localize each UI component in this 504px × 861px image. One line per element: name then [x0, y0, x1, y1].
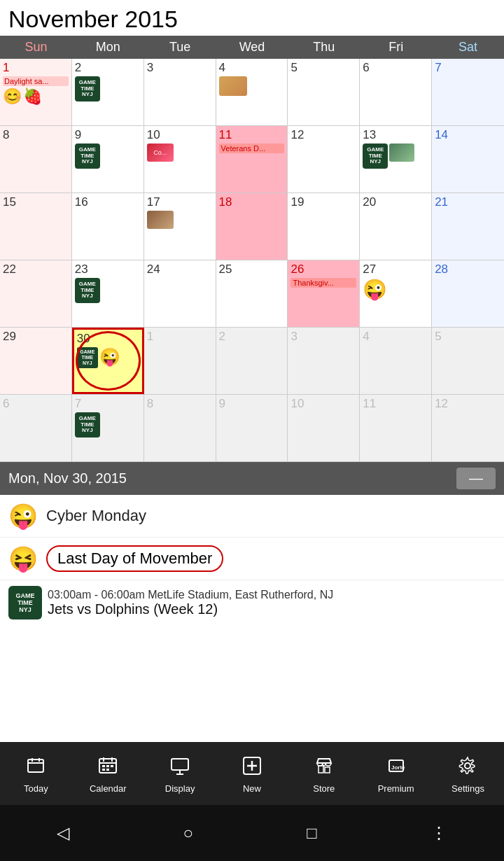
nfl-badge: GAMETIMENYJ	[75, 412, 100, 438]
nav-today-label: Today	[24, 783, 48, 794]
selected-date-bar: Mon, Nov 30, 2015 —	[0, 462, 504, 495]
more-button[interactable]: ⋮	[430, 823, 447, 843]
day-nov28[interactable]: 28	[432, 260, 504, 327]
day-nov7[interactable]: 7	[432, 59, 504, 125]
svg-text:Jorte: Jorte	[391, 764, 405, 771]
day-nov10[interactable]: 10 Co...	[144, 126, 216, 192]
day-nov8[interactable]: 8	[0, 126, 72, 192]
day-nov6[interactable]: 6	[360, 59, 432, 125]
minus-button[interactable]: —	[456, 468, 496, 489]
week-5: 29 30 GAMETIMENYJ 😜 1 2 3	[0, 328, 504, 395]
day-dec6[interactable]: 6	[0, 395, 72, 461]
day-nov9[interactable]: 9 GAMETIMENYJ	[72, 126, 144, 192]
day-dec10[interactable]: 10	[288, 395, 360, 461]
day-nov27[interactable]: 27 😜	[360, 260, 432, 327]
day-nov23[interactable]: 23 GAMETIMENYJ	[72, 260, 144, 327]
movember-icon: 😝	[8, 545, 38, 573]
day-nov5[interactable]: 5	[288, 59, 360, 125]
calendar-icon	[98, 756, 118, 780]
day-dec3[interactable]: 3	[288, 328, 360, 394]
svg-rect-9	[106, 765, 109, 767]
day-nov11[interactable]: 11 Veterans D...	[216, 126, 288, 192]
calendar-body: 1 Daylight sa... 😊 🍓 2 GAMETIMENYJ 3	[0, 59, 504, 462]
day-nov29[interactable]: 29	[0, 328, 72, 394]
events-list: 😜 Cyber Monday 😝 Last Day of Movember GA…	[0, 495, 504, 625]
day-nov4[interactable]: 4	[216, 59, 288, 125]
day-dec4[interactable]: 4	[360, 328, 432, 394]
header-wed: Wed	[216, 36, 288, 59]
day-nov13[interactable]: 13 GAMETIMENYJ	[360, 126, 432, 192]
event-movember[interactable]: 😝 Last Day of Movember	[0, 538, 504, 580]
spacer	[0, 625, 504, 653]
nav-store[interactable]: Store	[296, 756, 352, 794]
nav-settings-label: Settings	[451, 783, 484, 794]
nav-new[interactable]: New	[224, 756, 280, 794]
selected-date-label: Mon, Nov 30, 2015	[8, 470, 127, 486]
nfl-badge: GAMETIMENYJ	[75, 144, 100, 169]
header-fri: Fri	[360, 36, 432, 59]
day-nov26[interactable]: 26 Thanksgiv...	[288, 260, 360, 327]
calendar-header: Sun Mon Tue Wed Thu Fri Sat	[0, 36, 504, 59]
nav-display[interactable]: Display	[152, 756, 208, 794]
nfl-badge: GAMETIMENYJ	[77, 347, 98, 368]
nav-new-label: New	[243, 783, 261, 794]
svg-rect-13	[172, 759, 188, 770]
nav-today[interactable]: Today	[8, 756, 64, 794]
day-dec7[interactable]: 7 GAMETIMENYJ	[72, 395, 144, 461]
nav-store-label: Store	[313, 783, 335, 794]
day-nov30[interactable]: 30 GAMETIMENYJ 😜	[72, 328, 144, 394]
day-nov25[interactable]: 25	[216, 260, 288, 327]
wink-icon: 😜	[99, 347, 120, 368]
svg-rect-10	[111, 765, 113, 767]
day-nov2[interactable]: 2 GAMETIMENYJ	[72, 59, 144, 125]
day-nov12[interactable]: 12	[288, 126, 360, 192]
event-nfl-jets[interactable]: GAMETIMENYJ 03:00am - 06:00am MetLife St…	[0, 580, 504, 625]
day-dec1[interactable]: 1	[144, 328, 216, 394]
week-3: 15 16 17 18 19 20	[0, 193, 504, 260]
food-icon	[219, 76, 247, 96]
nav-calendar[interactable]: Calendar	[80, 756, 136, 794]
calendar: Sun Mon Tue Wed Thu Fri Sat 1 Daylight s…	[0, 36, 504, 462]
header-sun: Sun	[0, 36, 72, 59]
recents-button[interactable]: □	[307, 823, 317, 843]
week-4: 22 23 GAMETIMENYJ 24 25 26 Thanksgiv...	[0, 260, 504, 328]
nav-display-label: Display	[165, 783, 195, 794]
day-dec2[interactable]: 2	[216, 328, 288, 394]
new-icon	[242, 756, 262, 780]
day-dec5[interactable]: 5	[432, 328, 504, 394]
day-nov21[interactable]: 21	[432, 193, 504, 260]
day-nov14[interactable]: 14	[432, 126, 504, 192]
nav-settings[interactable]: Settings	[440, 756, 496, 794]
premium-icon: Jorte	[386, 756, 406, 780]
day-dec11[interactable]: 11	[360, 395, 432, 461]
event-cyber-monday[interactable]: 😜 Cyber Monday	[0, 495, 504, 538]
day-dec8[interactable]: 8	[144, 395, 216, 461]
back-button[interactable]: ◁	[57, 823, 69, 843]
day-nov3[interactable]: 3	[144, 59, 216, 125]
day-nov17[interactable]: 17	[144, 193, 216, 260]
candy-icon: Co...	[147, 144, 174, 162]
day-dec9[interactable]: 9	[216, 395, 288, 461]
smiley-icon: 😊	[3, 88, 22, 106]
wink-icon: 😜	[363, 278, 387, 301]
day-nov15[interactable]: 15	[0, 193, 72, 260]
money-icon	[389, 144, 414, 162]
svg-rect-20	[325, 767, 330, 773]
home-button[interactable]: ○	[183, 823, 193, 843]
display-icon	[170, 756, 190, 780]
svg-point-23	[465, 763, 470, 769]
nav-calendar-label: Calendar	[90, 783, 127, 794]
header-mon: Mon	[72, 36, 144, 59]
day-nov16[interactable]: 16	[72, 193, 144, 260]
svg-rect-0	[28, 760, 43, 772]
day-nov22[interactable]: 22	[0, 260, 72, 327]
nav-premium[interactable]: Jorte Premium	[368, 756, 424, 794]
week-2: 8 9 GAMETIMENYJ 10 Co... 11 Veterans D..…	[0, 126, 504, 193]
day-dec12[interactable]: 12	[432, 395, 504, 461]
day-nov19[interactable]: 19	[288, 193, 360, 260]
settings-icon	[458, 756, 477, 780]
day-nov1[interactable]: 1 Daylight sa... 😊 🍓	[0, 59, 72, 125]
day-nov18[interactable]: 18	[216, 193, 288, 260]
day-nov24[interactable]: 24	[144, 260, 216, 327]
day-nov20[interactable]: 20	[360, 193, 432, 260]
